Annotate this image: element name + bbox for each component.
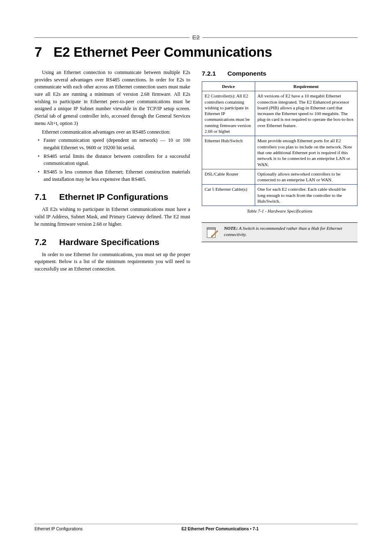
table-cell: Ethernet Hub/Switch — [202, 136, 255, 169]
table-header-device: Device — [202, 82, 255, 91]
table-row: Ethernet Hub/Switch Must provide enough … — [202, 136, 357, 169]
intro-paragraph-2: Ethernet communication advantages over a… — [35, 129, 190, 136]
table-row: Cat 5 Ethernet Cable(s) One for each E2 … — [202, 185, 357, 206]
section-title: Ethernet IP Configura­tions — [59, 192, 168, 202]
header-rule: E2 — [35, 34, 357, 41]
table-cell: Optionally allows networked controllers … — [255, 169, 357, 185]
chapter-heading: 7 E2 Ethernet Peer Communications — [35, 44, 357, 60]
table-header-requirement: Requirement — [255, 82, 357, 91]
section-7-1-body: All E2s wishing to participate in Ethern… — [35, 206, 190, 228]
bullet-item: Faster communication speed (dependent on… — [35, 137, 190, 151]
subsection-7-2-1-heading: 7.2.1 Components — [202, 70, 357, 77]
note-label: NOTE: — [224, 226, 238, 231]
chapter-title: E2 Ethernet Peer Communications — [53, 44, 272, 60]
chapter-number: 7 — [35, 44, 42, 60]
table-cell: Must provide enough Ethernet ports for a… — [255, 136, 357, 169]
table-cell: All versions of E2 have a 10 megabit Eth… — [255, 91, 357, 136]
section-number: 7.1 — [35, 192, 52, 202]
table-cell: E2 Controller(s): All E2 controllers con… — [202, 91, 255, 136]
section-title: Hardware Specifica­tions — [59, 237, 159, 247]
intro-paragraph-1: Using an Ethernet connection to communic… — [35, 69, 190, 127]
table-row: E2 Controller(s): All E2 controllers con… — [202, 91, 357, 136]
note-box: NOTE: A Switch is recommended rather tha… — [202, 222, 357, 242]
bullet-item: RS485 serial limits the distance between… — [35, 153, 190, 167]
table-cell: Cat 5 Ethernet Cable(s) — [202, 185, 255, 206]
table-caption: Table 7-1 - Hardware Specifications — [202, 208, 357, 213]
note-body: A Switch is recommended rather than a Hu… — [224, 226, 342, 237]
footer-left: Ethernet IP Configurations — [35, 527, 83, 531]
note-text: NOTE: A Switch is recommended rather tha… — [224, 225, 354, 239]
logo-text: E2 — [190, 34, 202, 41]
table-cell: One for each E2 controller. Each cable s… — [255, 185, 357, 206]
footer-center: E2 Ethernet Peer Communications • 7-1 — [182, 527, 258, 531]
note-icon — [205, 225, 220, 239]
svg-rect-1 — [207, 228, 215, 229]
table-row: DSL/Cable Router Optionally allows netwo… — [202, 169, 357, 185]
subsection-number: 7.2.1 — [202, 70, 216, 77]
page-footer: Ethernet IP Configurations E2 Ethernet P… — [35, 524, 357, 531]
advantages-list: Faster communication speed (dependent on… — [35, 137, 190, 183]
section-7-1-heading: 7.1 Ethernet IP Configura­tions — [35, 192, 190, 202]
section-7-2-heading: 7.2 Hardware Specifica­tions — [35, 237, 190, 247]
components-table: Device Requirement E2 Controller(s): All… — [202, 81, 357, 206]
section-number: 7.2 — [35, 237, 52, 247]
table-cell: DSL/Cable Router — [202, 169, 255, 185]
subsection-title: Components — [227, 70, 266, 77]
bullet-item: RS485 is less common than Ethernet; Ethe… — [35, 169, 190, 183]
section-7-2-body: In order to use Ethernet for communicati… — [35, 251, 190, 273]
table-header-row: Device Requirement — [202, 82, 357, 91]
